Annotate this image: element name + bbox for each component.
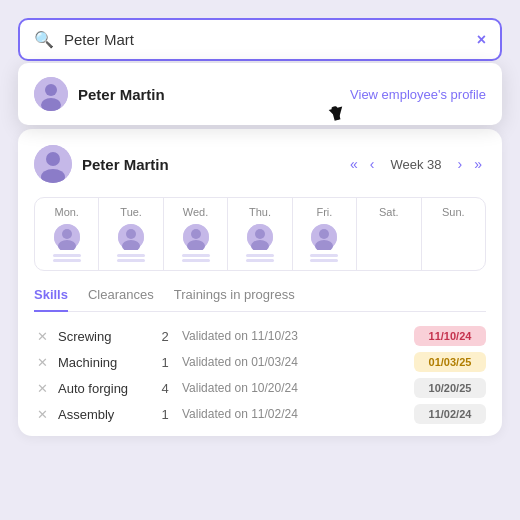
employee-avatar	[34, 145, 72, 183]
week-label: Week 38	[390, 157, 441, 172]
day-lines-wed	[182, 254, 210, 262]
tab-skills[interactable]: Skills	[34, 287, 68, 312]
svg-point-1	[45, 84, 57, 96]
day-lines-thu	[246, 254, 274, 262]
day-friday: Fri.	[293, 198, 357, 270]
day-avatar-wed	[183, 224, 209, 250]
tab-trainings[interactable]: Trainings in progress	[174, 287, 295, 312]
svg-point-7	[62, 229, 72, 239]
day-lines-tue	[117, 254, 145, 262]
dropdown-user-info: Peter Martin	[34, 77, 165, 111]
skill-name-screwing: Screwing	[58, 329, 148, 344]
skill-icon-screwing: ✕	[34, 329, 50, 344]
svg-point-19	[319, 229, 329, 239]
day-label-sat: Sat.	[379, 206, 399, 218]
day-wednesday: Wed.	[164, 198, 228, 270]
tab-clearances[interactable]: Clearances	[88, 287, 154, 312]
skill-name-assembly: Assembly	[58, 407, 148, 422]
dropdown-employee-name: Peter Martin	[78, 86, 165, 103]
search-section: 🔍 × Peter Martin View employee's profile	[0, 0, 520, 61]
skill-count-machining: 1	[156, 355, 174, 370]
day-label-thu: Thu.	[249, 206, 271, 218]
dropdown-avatar	[34, 77, 68, 111]
day-label-sun: Sun.	[442, 206, 465, 218]
svg-point-13	[191, 229, 201, 239]
search-icon: 🔍	[34, 30, 54, 49]
search-bar: 🔍 ×	[18, 18, 502, 61]
skill-validated-screwing: Validated on 11/10/23	[182, 329, 406, 343]
skill-row-assembly: ✕ Assembly 1 Validated on 11/02/24 11/02…	[34, 404, 486, 424]
skill-badge-screwing: 11/10/24	[414, 326, 486, 346]
skill-validated-machining: Validated on 01/03/24	[182, 355, 406, 369]
employee-card: Peter Martin « ‹ Week 38 › » Mon. Tue.	[18, 129, 502, 436]
svg-point-16	[255, 229, 265, 239]
skill-count-screwing: 2	[156, 329, 174, 344]
week-header: Peter Martin « ‹ Week 38 › »	[34, 145, 486, 183]
week-user-info: Peter Martin	[34, 145, 169, 183]
skill-count-autoforging: 4	[156, 381, 174, 396]
search-input[interactable]	[64, 31, 467, 48]
skill-badge-assembly: 11/02/24	[414, 404, 486, 424]
day-label-fri: Fri.	[316, 206, 332, 218]
skill-row-autoforging: ✕ Auto forging 4 Validated on 10/20/24 1…	[34, 378, 486, 398]
svg-point-4	[46, 152, 60, 166]
day-thursday: Thu.	[228, 198, 292, 270]
next-next-week-button[interactable]: »	[470, 155, 486, 173]
day-label-tue: Tue.	[120, 206, 142, 218]
day-tuesday: Tue.	[99, 198, 163, 270]
skill-icon-machining: ✕	[34, 355, 50, 370]
skill-badge-autoforging: 10/20/25	[414, 378, 486, 398]
skill-icon-assembly: ✕	[34, 407, 50, 422]
day-lines-mon	[53, 254, 81, 262]
skill-validated-assembly: Validated on 11/02/24	[182, 407, 406, 421]
skill-name-autoforging: Auto forging	[58, 381, 148, 396]
day-label-wed: Wed.	[183, 206, 208, 218]
day-sunday: Sun.	[422, 198, 485, 270]
skill-count-assembly: 1	[156, 407, 174, 422]
search-clear-button[interactable]: ×	[477, 31, 486, 49]
skills-table: ✕ Screwing 2 Validated on 11/10/23 11/10…	[34, 326, 486, 424]
tabs-bar: Skills Clearances Trainings in progress	[34, 287, 486, 312]
skill-badge-machining: 01/03/25	[414, 352, 486, 372]
avatar-illustration	[34, 77, 68, 111]
avatar-svg	[34, 145, 72, 183]
day-label-mon: Mon.	[54, 206, 78, 218]
search-dropdown: Peter Martin View employee's profile	[18, 63, 502, 125]
prev-week-button[interactable]: ‹	[366, 155, 379, 173]
day-avatar-mon	[54, 224, 80, 250]
next-week-button[interactable]: ›	[454, 155, 467, 173]
day-saturday: Sat.	[357, 198, 421, 270]
day-avatar-tue	[118, 224, 144, 250]
employee-name: Peter Martin	[82, 156, 169, 173]
day-lines-fri	[310, 254, 338, 262]
svg-point-10	[126, 229, 136, 239]
skill-validated-autoforging: Validated on 10/20/24	[182, 381, 406, 395]
skill-row-screwing: ✕ Screwing 2 Validated on 11/10/23 11/10…	[34, 326, 486, 346]
week-navigation: « ‹ Week 38 › »	[346, 155, 486, 173]
skill-row-machining: ✕ Machining 1 Validated on 01/03/24 01/0…	[34, 352, 486, 372]
day-avatar-fri	[311, 224, 337, 250]
skill-name-machining: Machining	[58, 355, 148, 370]
day-avatar-thu	[247, 224, 273, 250]
skill-icon-autoforging: ✕	[34, 381, 50, 396]
prev-prev-week-button[interactable]: «	[346, 155, 362, 173]
days-row: Mon. Tue. Wed.	[34, 197, 486, 271]
view-profile-link[interactable]: View employee's profile	[350, 87, 486, 102]
day-monday: Mon.	[35, 198, 99, 270]
